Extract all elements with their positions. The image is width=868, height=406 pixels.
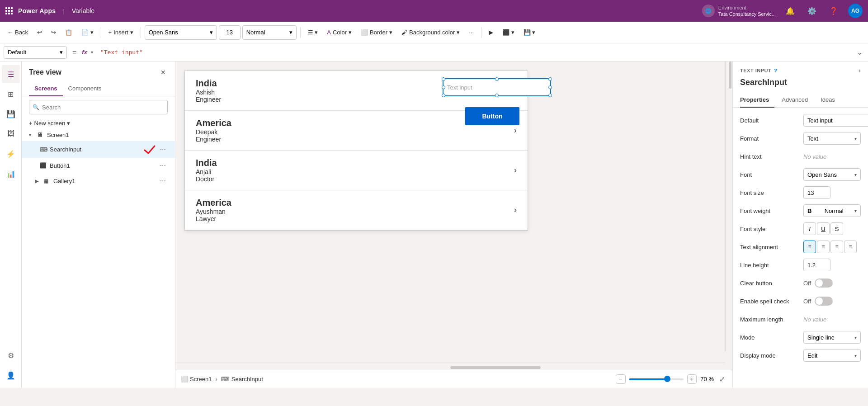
format-list-icon[interactable]: ☰ ▾ bbox=[304, 25, 322, 40]
help-icon[interactable]: ❓ bbox=[826, 4, 841, 18]
panel-collapse-button[interactable]: › bbox=[859, 67, 861, 74]
formula-input[interactable] bbox=[97, 46, 851, 59]
controls-icon[interactable]: ⊞ bbox=[2, 85, 20, 103]
tab-screens[interactable]: Screens bbox=[29, 81, 63, 96]
handle-br[interactable] bbox=[548, 94, 552, 97]
notifications-icon[interactable]: 🔔 bbox=[783, 4, 797, 18]
help-icon[interactable]: ? bbox=[774, 68, 777, 73]
handle-bl[interactable] bbox=[442, 94, 445, 97]
handle-bm[interactable] bbox=[495, 94, 499, 97]
scrollbar-thumb-v[interactable] bbox=[729, 61, 731, 89]
button-widget[interactable]: Button bbox=[465, 107, 519, 125]
more-options-button[interactable]: ··· bbox=[158, 145, 168, 155]
align-center-button[interactable]: ≡ bbox=[817, 241, 830, 253]
back-button[interactable]: ← Back bbox=[4, 25, 32, 40]
treeview-close-button[interactable]: ✕ bbox=[159, 67, 168, 78]
zoom-out-button[interactable]: − bbox=[616, 374, 626, 384]
handle-mr[interactable] bbox=[548, 85, 552, 89]
gallery-item-2[interactable]: India Anjali Doctor › bbox=[185, 151, 528, 190]
right-panel: TEXT INPUT ? › SearchInput Properties Ad… bbox=[732, 61, 868, 388]
zoom-slider[interactable] bbox=[629, 378, 684, 380]
tab-properties[interactable]: Properties bbox=[740, 93, 774, 108]
border-button[interactable]: ⬜ Border ▾ bbox=[357, 25, 396, 40]
font-select[interactable]: Open Sans ▾ bbox=[803, 168, 861, 181]
preview-button[interactable]: ▶ bbox=[485, 25, 497, 40]
align-right-button[interactable]: ≡ bbox=[830, 241, 843, 253]
breadcrumb-control[interactable]: ⌨ SearchInput bbox=[221, 376, 263, 382]
apps-grid-icon[interactable] bbox=[5, 7, 13, 14]
format-select[interactable]: Text ▾ bbox=[803, 132, 861, 145]
formula-expand-icon[interactable]: ⌄ bbox=[855, 46, 864, 58]
formula-dropdown[interactable]: Default ▾ bbox=[4, 46, 67, 59]
tab-components[interactable]: Components bbox=[63, 81, 107, 96]
mode-select[interactable]: Single line ▾ bbox=[803, 331, 861, 344]
tree-view-icon[interactable]: ☰ bbox=[2, 65, 20, 83]
line-height-input[interactable] bbox=[803, 259, 830, 271]
undo-button[interactable]: ↩ bbox=[33, 25, 46, 40]
prop-font-size: Font size bbox=[733, 184, 868, 202]
accessibility-icon[interactable]: 👤 bbox=[2, 366, 20, 384]
align-left-button[interactable]: ≡ bbox=[803, 241, 816, 253]
underline-button[interactable]: U bbox=[817, 222, 830, 235]
canvas-horizontal-scrollbar[interactable] bbox=[175, 363, 725, 370]
font-family-select[interactable]: Open Sans ▾ bbox=[145, 25, 217, 40]
avatar[interactable]: AG bbox=[848, 4, 863, 18]
tab-ideas[interactable]: Ideas bbox=[821, 93, 840, 108]
handle-tl[interactable] bbox=[442, 77, 445, 81]
properties-list: Default Format Text ▾ Hint text No value… bbox=[733, 108, 868, 368]
breadcrumb-screen[interactable]: ⬜ Screen1 bbox=[181, 376, 212, 382]
zoom-in-button[interactable]: + bbox=[687, 374, 697, 384]
new-screen-button[interactable]: + New screen ▾ bbox=[22, 118, 175, 128]
power-automate-icon[interactable]: ⚡ bbox=[2, 145, 20, 163]
align-justify-button[interactable]: ≡ bbox=[844, 241, 857, 253]
expand-icon[interactable]: ⤢ bbox=[717, 373, 727, 385]
handle-tm[interactable] bbox=[495, 77, 499, 81]
bg-color-button[interactable]: 🖌 Background color ▾ bbox=[398, 25, 463, 40]
tree-item-screen1[interactable]: ▾ 🖥 Screen1 bbox=[22, 128, 175, 141]
canvas-vertical-scrollbar[interactable] bbox=[725, 61, 732, 352]
font-size-input[interactable] bbox=[219, 25, 241, 40]
redo-button[interactable]: ↪ bbox=[47, 25, 60, 40]
insert-button[interactable]: + Insert ▾ bbox=[105, 25, 137, 40]
handle-tr[interactable] bbox=[548, 77, 552, 81]
zoom-slider-thumb[interactable] bbox=[664, 376, 670, 382]
treeview-search: 🔍 bbox=[29, 100, 168, 114]
more-options-button[interactable]: ··· bbox=[158, 176, 168, 186]
zoom-level: 70 % bbox=[700, 376, 714, 382]
environment-selector[interactable]: 🌐 Environment Tata Consultancy Servic... bbox=[702, 5, 776, 18]
topbar-title: Variable bbox=[72, 7, 94, 14]
settings-icon[interactable]: ⚙ bbox=[2, 346, 20, 364]
prop-format: Format Text ▾ bbox=[733, 129, 868, 147]
color-button[interactable]: A Color ▾ bbox=[323, 25, 355, 40]
treeview-tabs: Screens Components bbox=[22, 81, 175, 96]
default-input[interactable] bbox=[803, 114, 868, 127]
clear-button-toggle[interactable] bbox=[815, 279, 833, 288]
save-button[interactable]: 💾 ▾ bbox=[520, 25, 539, 40]
settings-icon[interactable]: ⚙️ bbox=[805, 4, 819, 18]
spell-check-toggle[interactable] bbox=[815, 297, 833, 306]
scrollbar-thumb-h[interactable] bbox=[450, 366, 541, 369]
text-input-widget[interactable]: Text input bbox=[443, 78, 551, 96]
search-input[interactable] bbox=[29, 100, 168, 114]
tree-item-gallery1[interactable]: ▶ ▦ Gallery1 ··· bbox=[22, 173, 175, 189]
variables-icon[interactable]: 📊 bbox=[2, 165, 20, 183]
tree-item-searchinput[interactable]: ⌨ SearchInput ··· bbox=[22, 141, 175, 158]
gallery-item-3[interactable]: America Ayushman Lawyer › bbox=[185, 190, 528, 230]
paste-button[interactable]: 📄 ▾ bbox=[78, 25, 97, 40]
data-icon[interactable]: 💾 bbox=[2, 105, 20, 123]
font-weight-select[interactable]: B Normal ▾ bbox=[803, 204, 861, 217]
tab-advanced[interactable]: Advanced bbox=[782, 93, 813, 108]
gallery-item-line2: Anjali bbox=[196, 168, 514, 175]
media-icon[interactable]: 🖼 bbox=[2, 125, 20, 143]
italic-button[interactable]: I bbox=[803, 222, 816, 235]
font-size-input[interactable] bbox=[803, 186, 830, 199]
handle-ml[interactable] bbox=[442, 85, 445, 89]
more-button[interactable]: ··· bbox=[465, 25, 477, 40]
copy-button[interactable]: 📋 bbox=[61, 25, 76, 40]
more-options-button[interactable]: ··· bbox=[158, 161, 168, 170]
tree-item-button1[interactable]: ⬛ Button1 ··· bbox=[22, 158, 175, 173]
strikethrough-button[interactable]: S bbox=[830, 222, 843, 235]
font-weight-select[interactable]: Normal ▾ bbox=[242, 25, 297, 40]
display-mode-select[interactable]: Edit ▾ bbox=[803, 349, 861, 362]
publish-button[interactable]: ⬛ ▾ bbox=[499, 25, 518, 40]
